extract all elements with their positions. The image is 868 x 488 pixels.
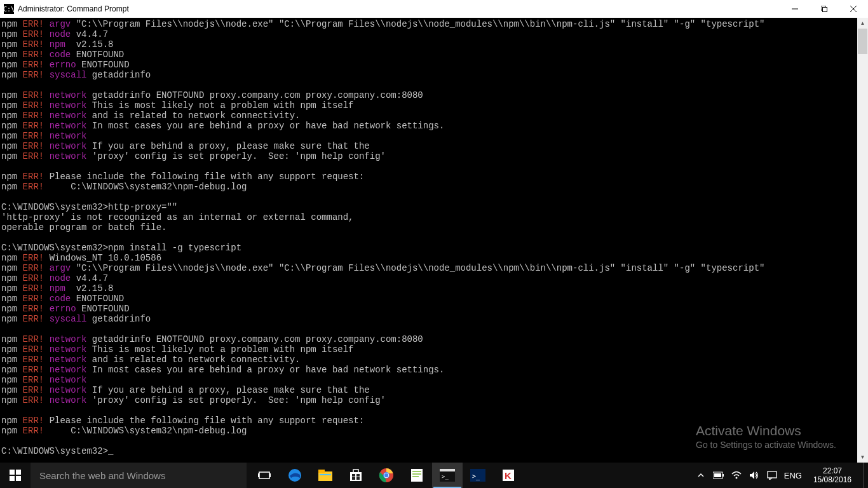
svg-rect-9: [259, 472, 269, 478]
svg-rect-2: [823, 8, 827, 12]
svg-rect-16: [350, 472, 362, 481]
clock[interactable]: 22:07 15/08/2016: [808, 466, 857, 484]
chrome-icon[interactable]: [371, 463, 402, 488]
svg-rect-10: [258, 473, 259, 477]
show-desktop-button[interactable]: [863, 463, 867, 488]
start-button[interactable]: [0, 463, 31, 488]
clock-time: 22:07: [813, 466, 851, 475]
svg-rect-39: [714, 473, 721, 477]
task-icons: >_ >_ K: [247, 463, 524, 488]
minimize-button[interactable]: [780, 0, 810, 18]
watermark-line2: Go to Settings to activate Windows.: [696, 440, 836, 450]
maximize-button[interactable]: [810, 0, 839, 18]
wifi-icon[interactable]: [731, 471, 742, 480]
svg-rect-17: [353, 470, 358, 473]
edge-icon[interactable]: [280, 463, 310, 488]
close-button[interactable]: [839, 0, 868, 18]
svg-rect-29: [412, 476, 419, 477]
scrollbar[interactable]: ▲ ▼: [857, 18, 868, 463]
svg-rect-28: [412, 473, 421, 475]
clock-date: 15/08/2016: [813, 475, 851, 484]
svg-text:>_: >_: [442, 473, 449, 480]
search-box[interactable]: Search the web and Windows: [31, 463, 247, 488]
volume-icon[interactable]: [749, 471, 760, 480]
cmd-icon: C:\: [4, 4, 14, 14]
taskview-button[interactable]: [249, 463, 280, 488]
svg-rect-6: [16, 470, 21, 475]
svg-text:K: K: [505, 470, 512, 481]
svg-text:>_: >_: [472, 473, 480, 480]
svg-point-25: [384, 473, 388, 477]
svg-rect-15: [320, 474, 331, 475]
activation-watermark: Activate Windows Go to Settings to activ…: [696, 423, 836, 450]
cmd-taskbar-icon[interactable]: >_: [432, 463, 463, 488]
svg-rect-13: [318, 471, 332, 481]
svg-rect-7: [10, 476, 15, 481]
battery-icon[interactable]: [713, 471, 724, 479]
svg-rect-27: [412, 471, 421, 472]
svg-rect-5: [10, 470, 15, 475]
svg-rect-14: [318, 470, 325, 473]
svg-rect-38: [722, 474, 724, 477]
svg-rect-41: [768, 471, 776, 478]
console-area: npm ERR! argv "C:\\Program Files\\nodejs…: [0, 18, 868, 463]
system-tray: ENG 22:07 15/08/2016: [695, 463, 868, 488]
titlebar: C:\ Administrator: Command Prompt: [0, 0, 868, 18]
powershell-icon[interactable]: >_: [463, 463, 493, 488]
window-controls: [780, 0, 868, 18]
notepadpp-icon[interactable]: [402, 463, 432, 488]
svg-rect-19: [356, 474, 360, 477]
language-indicator[interactable]: ENG: [784, 471, 802, 480]
svg-rect-8: [16, 476, 21, 481]
scroll-thumb[interactable]: [858, 29, 867, 54]
svg-rect-20: [352, 477, 355, 480]
watermark-line1: Activate Windows: [696, 423, 836, 438]
search-placeholder: Search the web and Windows: [39, 470, 165, 481]
svg-rect-31: [440, 469, 455, 471]
svg-point-40: [735, 477, 737, 479]
notifications-icon[interactable]: [766, 471, 778, 480]
svg-rect-21: [356, 477, 360, 480]
file-explorer-icon[interactable]: [310, 463, 341, 488]
svg-rect-11: [269, 473, 271, 477]
tray-chevron-icon[interactable]: [695, 471, 707, 479]
window-title: Administrator: Command Prompt: [18, 4, 780, 13]
scroll-up-button[interactable]: ▲: [857, 18, 868, 29]
scroll-down-button[interactable]: ▼: [857, 452, 868, 463]
taskbar: Search the web and Windows >_ >_ K: [0, 463, 868, 488]
kaspersky-icon[interactable]: K: [493, 463, 524, 488]
console-output[interactable]: npm ERR! argv "C:\\Program Files\\nodejs…: [0, 18, 857, 463]
store-icon[interactable]: [341, 463, 371, 488]
svg-rect-18: [352, 474, 355, 477]
